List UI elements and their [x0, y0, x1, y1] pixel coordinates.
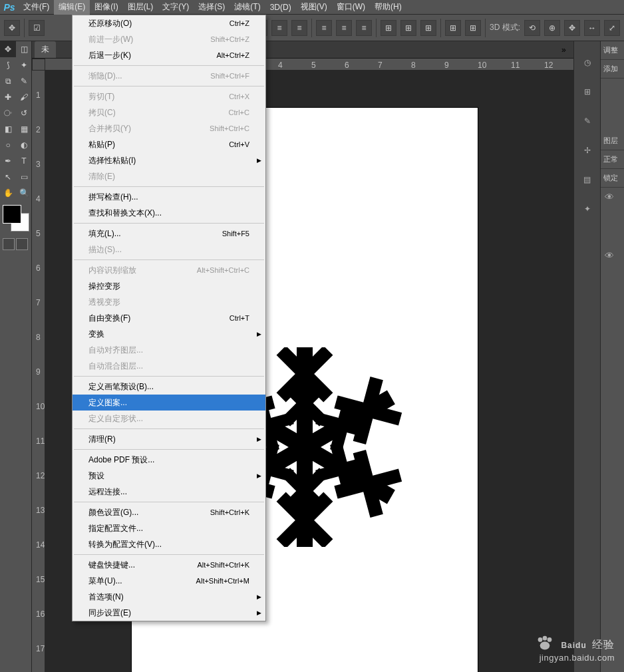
- add-panel-tab[interactable]: 添加: [601, 60, 624, 79]
- move-tool-icon[interactable]: ✥: [0, 41, 16, 57]
- menu-编辑[interactable]: 编辑(E): [54, 0, 90, 15]
- ruler-tick: 2: [36, 125, 41, 134]
- history-brush-tool-icon[interactable]: ↺: [16, 105, 32, 121]
- menu-图层[interactable]: 图层(L): [123, 0, 158, 15]
- blur-tool-icon[interactable]: ○: [0, 137, 16, 153]
- menu-item[interactable]: Adobe PDF 预设...: [73, 452, 265, 468]
- menu-item[interactable]: 菜单(U)...Alt+Shift+Ctrl+M: [73, 573, 265, 589]
- align-icon[interactable]: ≡: [291, 20, 307, 36]
- layers-panel-tab[interactable]: 图层: [601, 132, 624, 150]
- align-icon[interactable]: ≡: [271, 20, 287, 36]
- menu-滤镜[interactable]: 滤镜(T): [230, 0, 265, 15]
- menu-item[interactable]: 自由变换(F)Ctrl+T: [73, 310, 265, 326]
- color-swatch[interactable]: [3, 205, 29, 232]
- menu-item[interactable]: 颜色设置(G)...Shift+Ctrl+K: [73, 504, 265, 520]
- eraser-tool-icon[interactable]: ◧: [0, 121, 16, 137]
- 3d-roll-icon[interactable]: ⊕: [544, 20, 560, 36]
- quick-mask-icon[interactable]: [16, 238, 28, 250]
- distribute-icon[interactable]: ⊞: [400, 20, 416, 36]
- move-tool-preset-icon[interactable]: ✥: [4, 20, 20, 36]
- 3d-scale-icon[interactable]: ⤢: [604, 20, 620, 36]
- menu-窗口[interactable]: 窗口(W): [332, 0, 370, 15]
- menu-item[interactable]: 查找和替换文本(X)...: [73, 205, 265, 221]
- adjustments-panel-tab[interactable]: 调整: [601, 41, 624, 60]
- menu-item[interactable]: 同步设置(E)▶: [73, 605, 265, 621]
- checkbox-icon[interactable]: ☑: [29, 20, 45, 36]
- menu-文件[interactable]: 文件(F): [19, 0, 54, 15]
- healing-tool-icon[interactable]: ✚: [0, 89, 16, 105]
- shape-tool-icon[interactable]: ▭: [16, 169, 32, 185]
- path-tool-icon[interactable]: ↖: [0, 169, 16, 185]
- tab-flyout-icon[interactable]: »: [561, 45, 571, 55]
- marquee-tool-icon[interactable]: ◫: [16, 41, 32, 57]
- menu-item[interactable]: 填充(L)...Shift+F5: [73, 226, 265, 242]
- menu-item[interactable]: 预设▶: [73, 468, 265, 484]
- pen-tool-icon[interactable]: ✒: [0, 153, 16, 169]
- distribute-icon[interactable]: ≡: [356, 20, 372, 36]
- menu-item[interactable]: 转换为配置文件(V)...: [73, 536, 265, 552]
- menu-item-label: 清除(E): [88, 171, 249, 182]
- 3d-orbit-icon[interactable]: ⟲: [524, 20, 540, 36]
- menu-item[interactable]: 变换▶: [73, 326, 265, 342]
- distribute-icon[interactable]: ⊞: [445, 20, 461, 36]
- menu-item[interactable]: 拼写检查(H)...: [73, 189, 265, 205]
- menu-item: 渐隐(D)...Shift+Ctrl+F: [73, 68, 265, 84]
- ruler-tick: 16: [36, 609, 45, 619]
- gradient-tool-icon[interactable]: ▦: [16, 121, 32, 137]
- lasso-tool-icon[interactable]: ⟆: [0, 57, 16, 73]
- history-panel-icon[interactable]: ◷: [579, 55, 595, 71]
- menu-item[interactable]: 还原移动(O)Ctrl+Z: [73, 15, 265, 31]
- menu-item-label: 定义图案...: [88, 397, 249, 409]
- menu-item[interactable]: 指定配置文件...: [73, 520, 265, 536]
- menu-item[interactable]: 清理(R)▶: [73, 431, 265, 447]
- distribute-icon[interactable]: ⊞: [420, 20, 436, 36]
- foreground-color[interactable]: [3, 205, 21, 224]
- menu-item[interactable]: 定义画笔预设(B)...: [73, 379, 265, 395]
- menu-3D[interactable]: 3D(D): [265, 0, 296, 15]
- distribute-icon[interactable]: ⊞: [381, 20, 396, 36]
- menu-item[interactable]: 键盘快捷键...Alt+Shift+Ctrl+K: [73, 557, 265, 573]
- distribute-icon[interactable]: ⊞: [465, 20, 481, 36]
- magic-wand-tool-icon[interactable]: ✦: [16, 57, 32, 73]
- menu-separator: [74, 223, 264, 224]
- crop-tool-icon[interactable]: ⧉: [0, 73, 16, 89]
- distribute-icon[interactable]: ≡: [336, 20, 352, 36]
- properties-panel-icon[interactable]: ⊞: [579, 84, 595, 100]
- hand-tool-icon[interactable]: ✋: [0, 185, 16, 201]
- document-tab[interactable]: 未: [35, 41, 56, 58]
- type-tool-icon[interactable]: T: [16, 153, 32, 169]
- menu-item-label: 预设: [88, 470, 249, 482]
- menu-item[interactable]: 定义图案...: [73, 395, 265, 411]
- swatches-panel-icon[interactable]: ▤: [579, 172, 595, 188]
- visibility-eye-icon[interactable]: 👁: [601, 188, 624, 206]
- menu-item[interactable]: 首选项(N)▶: [73, 589, 265, 605]
- brush-panel-icon[interactable]: ✢: [579, 142, 595, 158]
- menu-选择[interactable]: 选择(S): [194, 0, 230, 15]
- menu-帮助[interactable]: 帮助(H): [370, 0, 406, 15]
- visibility-eye-icon[interactable]: 👁: [601, 246, 624, 265]
- menu-item[interactable]: 操控变形: [73, 278, 265, 294]
- menu-item[interactable]: 选择性粘贴(I)▶: [73, 152, 265, 168]
- ruler-tick: 12: [544, 61, 553, 70]
- styles-panel-icon[interactable]: ✦: [579, 201, 595, 217]
- menu-item[interactable]: 粘贴(P)Ctrl+V: [73, 136, 265, 152]
- character-panel-icon[interactable]: ✎: [579, 113, 595, 129]
- dodge-tool-icon[interactable]: ◐: [16, 137, 32, 153]
- 3d-pan-icon[interactable]: ✥: [564, 20, 580, 36]
- eyedropper-tool-icon[interactable]: ✎: [16, 73, 32, 89]
- brush-tool-icon[interactable]: 🖌: [16, 89, 32, 105]
- standard-mode-icon[interactable]: [3, 238, 15, 250]
- menu-图像[interactable]: 图像(I): [90, 0, 122, 15]
- ruler-tick: 5: [36, 229, 41, 238]
- distribute-icon[interactable]: ≡: [316, 20, 332, 36]
- menu-文字[interactable]: 文字(Y): [158, 0, 194, 15]
- lock-label: 锁定: [601, 169, 624, 188]
- menu-item[interactable]: 远程连接...: [73, 484, 265, 500]
- 3d-slide-icon[interactable]: ↔: [584, 20, 600, 36]
- menu-item[interactable]: 后退一步(K)Alt+Ctrl+Z: [73, 47, 265, 63]
- menu-item-label: 首选项(N): [88, 591, 249, 603]
- blend-mode-label[interactable]: 正常: [601, 150, 624, 169]
- stamp-tool-icon[interactable]: ⧂: [0, 105, 16, 121]
- zoom-tool-icon[interactable]: 🔍: [16, 185, 32, 201]
- menu-视图[interactable]: 视图(V): [296, 0, 332, 15]
